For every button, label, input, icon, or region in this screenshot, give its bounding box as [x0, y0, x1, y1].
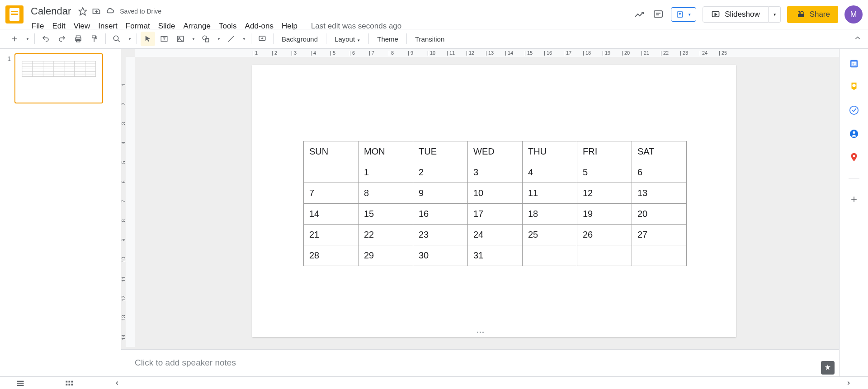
- transition-button[interactable]: Transition: [410, 33, 449, 46]
- account-avatar[interactable]: M: [844, 5, 863, 23]
- select-tool[interactable]: [141, 32, 155, 46]
- calendar-cell[interactable]: 14: [304, 204, 359, 225]
- calendar-cell[interactable]: 30: [413, 245, 468, 266]
- calendar-cell[interactable]: 13: [632, 183, 687, 204]
- textbox-tool[interactable]: [157, 32, 171, 46]
- svg-point-31: [852, 84, 855, 87]
- slideshow-dropdown[interactable]: ▼: [769, 6, 781, 23]
- calendar-cell[interactable]: 29: [359, 245, 413, 266]
- collapse-filmstrip-icon[interactable]: [114, 380, 120, 386]
- calendar-cell[interactable]: 31: [468, 245, 523, 266]
- calendar-cell[interactable]: 24: [468, 225, 523, 245]
- slide-thumbnail-1[interactable]: 1: [4, 53, 118, 103]
- zoom-button[interactable]: [109, 32, 124, 46]
- svg-rect-45: [69, 384, 71, 385]
- calendar-cell[interactable]: 28: [304, 245, 359, 266]
- add-addon-icon[interactable]: [849, 194, 859, 205]
- calendar-header[interactable]: SUN: [304, 141, 359, 162]
- slide-number: 1: [4, 53, 11, 62]
- new-slide-dropdown[interactable]: ▼: [24, 32, 31, 46]
- collapse-toolbar-icon[interactable]: [854, 34, 862, 42]
- calendar-cell[interactable]: 19: [577, 204, 632, 225]
- comments-icon[interactable]: [652, 8, 665, 21]
- calendar-cell[interactable]: [523, 245, 577, 266]
- calendar-cell[interactable]: 3: [468, 162, 523, 183]
- line-dropdown[interactable]: ▼: [240, 32, 247, 46]
- zoom-dropdown[interactable]: ▼: [126, 32, 133, 46]
- speaker-notes[interactable]: Click to add speaker notes: [121, 349, 839, 376]
- move-icon[interactable]: [92, 7, 101, 16]
- calendar-header[interactable]: THU: [523, 141, 577, 162]
- background-button[interactable]: Background: [277, 33, 322, 46]
- share-button[interactable]: Share: [787, 6, 838, 23]
- calendar-cell[interactable]: 20: [632, 204, 687, 225]
- calendar-cell[interactable]: 21: [304, 225, 359, 245]
- new-slide-button[interactable]: [7, 32, 22, 46]
- comment-button[interactable]: [255, 32, 269, 46]
- show-sidebar-icon[interactable]: [845, 380, 852, 386]
- calendar-addon-icon[interactable]: 31: [849, 58, 859, 69]
- slide-canvas[interactable]: SUNMONTUEWEDTHUFRISAT1234567891011121314…: [252, 65, 736, 337]
- grid-view-icon[interactable]: [65, 380, 73, 386]
- svg-rect-23: [205, 38, 209, 42]
- calendar-cell[interactable]: [632, 245, 687, 266]
- calendar-cell[interactable]: 4: [523, 162, 577, 183]
- present-share-icon[interactable]: ▼: [671, 7, 696, 22]
- shape-tool[interactable]: [198, 32, 213, 46]
- calendar-header[interactable]: SAT: [632, 141, 687, 162]
- layout-button[interactable]: Layout ▼: [330, 33, 365, 46]
- calendar-cell[interactable]: [304, 162, 359, 183]
- undo-button[interactable]: [38, 32, 53, 46]
- calendar-header[interactable]: TUE: [413, 141, 468, 162]
- canvas-area[interactable]: | 1| 2| 3| 4| 5| 6| 7| 8| 9| 10| 11| 12|…: [121, 49, 839, 389]
- slideshow-button[interactable]: Slideshow: [703, 6, 769, 23]
- theme-button[interactable]: Theme: [373, 33, 403, 46]
- filmstrip-view-icon[interactable]: [16, 380, 24, 386]
- contacts-addon-icon[interactable]: [849, 128, 859, 139]
- calendar-cell[interactable]: 18: [523, 204, 577, 225]
- calendar-cell[interactable]: 10: [468, 183, 523, 204]
- slides-app-icon[interactable]: [5, 5, 24, 23]
- calendar-header[interactable]: WED: [468, 141, 523, 162]
- notes-resize-handle[interactable]: [469, 330, 491, 334]
- calendar-cell[interactable]: 27: [632, 225, 687, 245]
- image-dropdown[interactable]: ▼: [189, 32, 197, 46]
- calendar-cell[interactable]: 7: [304, 183, 359, 204]
- calendar-cell[interactable]: 8: [359, 183, 413, 204]
- document-title[interactable]: Calendar: [28, 5, 74, 18]
- calendar-header[interactable]: MON: [359, 141, 413, 162]
- svg-rect-42: [69, 380, 71, 382]
- calendar-cell[interactable]: 23: [413, 225, 468, 245]
- tasks-addon-icon[interactable]: [849, 105, 859, 116]
- explore-button[interactable]: [821, 361, 835, 375]
- calendar-header[interactable]: FRI: [577, 141, 632, 162]
- shape-dropdown[interactable]: ▼: [215, 32, 222, 46]
- calendar-cell[interactable]: 9: [413, 183, 468, 204]
- calendar-cell[interactable]: 11: [523, 183, 577, 204]
- calendar-cell[interactable]: 26: [577, 225, 632, 245]
- redo-button[interactable]: [55, 32, 69, 46]
- calendar-cell[interactable]: 1: [359, 162, 413, 183]
- workspace: 1 | 1| 2| 3| 4| 5| 6| 7| 8| 9| 10| 11| 1…: [0, 49, 868, 389]
- calendar-cell[interactable]: 6: [632, 162, 687, 183]
- calendar-cell[interactable]: 5: [577, 162, 632, 183]
- calendar-cell[interactable]: 15: [359, 204, 413, 225]
- keep-addon-icon[interactable]: [849, 81, 859, 92]
- calendar-table[interactable]: SUNMONTUEWEDTHUFRISAT1234567891011121314…: [303, 141, 687, 266]
- calendar-cell[interactable]: [577, 245, 632, 266]
- activity-icon[interactable]: [633, 8, 646, 21]
- calendar-cell[interactable]: 12: [577, 183, 632, 204]
- filmstrip[interactable]: 1: [0, 49, 121, 389]
- calendar-cell[interactable]: 22: [359, 225, 413, 245]
- paint-format-button[interactable]: [87, 32, 102, 46]
- calendar-cell[interactable]: 17: [468, 204, 523, 225]
- line-tool[interactable]: [224, 32, 238, 46]
- maps-addon-icon[interactable]: [849, 152, 859, 163]
- star-icon[interactable]: [78, 7, 87, 16]
- image-tool[interactable]: [173, 32, 188, 46]
- calendar-cell[interactable]: 25: [523, 225, 577, 245]
- calendar-cell[interactable]: 16: [413, 204, 468, 225]
- cloud-icon[interactable]: [105, 7, 114, 16]
- print-button[interactable]: [71, 32, 85, 46]
- calendar-cell[interactable]: 2: [413, 162, 468, 183]
